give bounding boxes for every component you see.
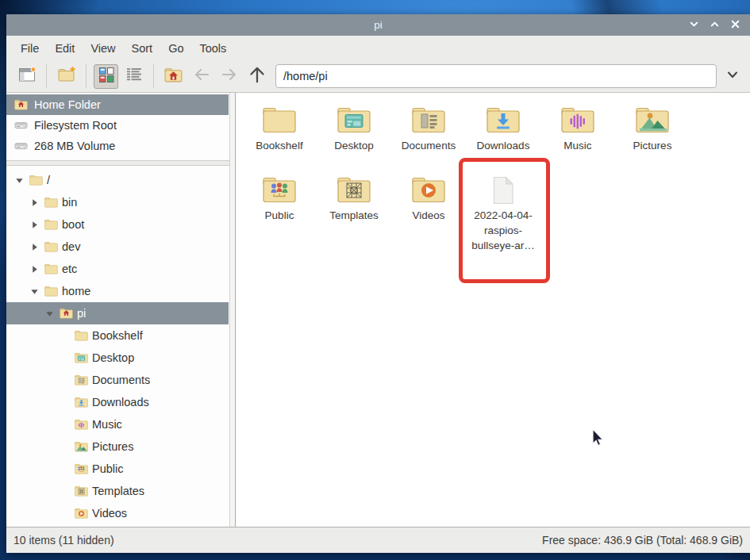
folder-videos-icon — [74, 507, 89, 520]
triangle-down-icon[interactable] — [28, 285, 40, 297]
file-icon — [484, 174, 522, 207]
triangle-down-icon[interactable] — [43, 307, 56, 320]
place-268-mb-volume[interactable]: 268 MB Volume — [6, 136, 229, 156]
file-item-templates[interactable]: Templates — [317, 167, 391, 254]
file-item-pictures[interactable]: Pictures — [615, 98, 690, 167]
file-icon-view[interactable]: Bookshelf Desktop Documents Downloads Mu… — [236, 93, 750, 527]
path-input[interactable] — [275, 64, 717, 88]
folder-icon — [44, 263, 59, 276]
sidebar-scrollbar[interactable] — [229, 93, 235, 527]
tree-item--[interactable]: / — [6, 169, 229, 191]
minimize-button[interactable] — [687, 18, 701, 33]
folder-downloads-icon — [74, 396, 89, 409]
file-item-downloads[interactable]: Downloads — [466, 98, 540, 167]
tree-item-label: etc — [62, 263, 77, 275]
menu-tools[interactable]: Tools — [199, 42, 226, 55]
tree-item-home[interactable]: home — [6, 280, 229, 302]
tree-item-label: Documents — [92, 374, 150, 386]
file-item-label: Desktop — [334, 139, 374, 154]
menu-file[interactable]: File — [21, 42, 39, 55]
back-button[interactable] — [189, 64, 213, 89]
spacer — [58, 507, 71, 520]
file-item-music[interactable]: Music — [540, 98, 615, 167]
menubar: FileEditViewSortGoTools — [6, 36, 750, 60]
drive-icon — [13, 119, 29, 132]
window-title: pi — [6, 19, 750, 31]
tree-item-templates[interactable]: Templates — [6, 480, 229, 502]
tree-item-label: Templates — [92, 485, 144, 497]
titlebar[interactable]: pi — [6, 14, 750, 36]
directory-tree: / bin boot dev etc home pi Bookshelf Des… — [6, 166, 235, 527]
tree-item-label: pi — [77, 307, 86, 320]
tree-item-label: Pictures — [92, 440, 133, 453]
folder-icon — [44, 218, 59, 232]
home-toolbar-button[interactable] — [161, 64, 186, 89]
folder-icon — [260, 104, 298, 137]
folder-public-icon — [260, 174, 298, 207]
tree-item-bookshelf[interactable]: Bookshelf — [6, 324, 229, 347]
tree-item-pictures[interactable]: Pictures — [6, 435, 229, 458]
menu-sort[interactable]: Sort — [132, 42, 153, 55]
folder-downloads-icon — [484, 104, 522, 137]
tree-item-downloads[interactable]: Downloads — [6, 391, 229, 413]
file-item-public[interactable]: Public — [242, 167, 317, 254]
tree-item-pi[interactable]: pi — [6, 302, 229, 324]
tree-item-public[interactable]: Public — [6, 458, 229, 480]
close-button[interactable] — [728, 18, 742, 33]
pane-splitter[interactable] — [6, 160, 235, 166]
tree-item-music[interactable]: Music — [6, 413, 229, 435]
file-item-label: Videos — [412, 209, 444, 224]
new-window-button[interactable] — [14, 64, 39, 89]
tree-item-label: dev — [62, 240, 80, 253]
item-count-text: 10 items (11 hidden) — [13, 534, 114, 547]
new-folder-tab-button[interactable] — [54, 64, 79, 89]
tree-item-label: Videos — [92, 507, 127, 520]
folder-templates-icon — [74, 485, 89, 498]
file-item-2022-04-04-raspios-bullseye-ar[interactable]: 2022-04-04-raspios-bullseye-ar… — [466, 167, 540, 254]
icon-view-button[interactable] — [94, 64, 118, 89]
triangle-right-icon[interactable] — [28, 196, 40, 209]
tree-item-documents[interactable]: Documents — [6, 369, 229, 391]
spacer — [58, 329, 71, 342]
up-button[interactable] — [244, 64, 269, 89]
content-area: Home Folder Filesystem Root 268 MB Volum… — [6, 92, 750, 527]
menu-go[interactable]: Go — [168, 42, 183, 55]
file-manager-window: pi FileEditViewSortGoTools Home Folder F… — [6, 14, 750, 553]
triangle-right-icon[interactable] — [28, 263, 40, 275]
folder-music-icon — [559, 104, 597, 137]
file-item-documents[interactable]: Documents — [391, 98, 466, 167]
new-window-icon — [17, 65, 37, 87]
tree-item-bin[interactable]: bin — [6, 191, 229, 213]
triangle-right-icon[interactable] — [28, 240, 40, 253]
spacer — [58, 462, 71, 475]
menu-edit[interactable]: Edit — [55, 42, 75, 55]
folder-pictures-icon — [633, 104, 671, 137]
triangle-right-icon[interactable] — [28, 218, 40, 231]
folder-desktop-icon — [74, 351, 89, 365]
toolbar — [6, 60, 750, 92]
tree-item-desktop[interactable]: Desktop — [6, 347, 229, 369]
maximize-button[interactable] — [707, 18, 721, 33]
spacer — [58, 418, 71, 431]
tree-item-label: home — [62, 285, 90, 297]
forward-icon — [219, 65, 240, 87]
tree-item-etc[interactable]: etc — [6, 258, 229, 280]
place-filesystem-root[interactable]: Filesystem Root — [6, 115, 229, 136]
file-item-videos[interactable]: Videos — [391, 167, 466, 254]
menu-view[interactable]: View — [90, 42, 115, 55]
file-item-desktop[interactable]: Desktop — [317, 98, 391, 167]
tree-item-videos[interactable]: Videos — [6, 502, 229, 524]
list-view-button[interactable] — [121, 64, 146, 89]
file-item-bookshelf[interactable]: Bookshelf — [242, 98, 317, 167]
folder-icon — [29, 174, 44, 187]
tree-item-boot[interactable]: boot — [6, 213, 229, 236]
window-controls — [687, 18, 750, 33]
triangle-down-icon[interactable] — [13, 174, 25, 186]
path-dropdown-button[interactable] — [723, 64, 742, 89]
place-label: Home Folder — [34, 98, 101, 111]
tree-item-dev[interactable]: dev — [6, 236, 229, 258]
folder-home-icon — [13, 98, 29, 112]
chevron-up-icon — [710, 18, 720, 33]
forward-button[interactable] — [217, 64, 241, 89]
place-home-folder[interactable]: Home Folder — [6, 94, 229, 115]
